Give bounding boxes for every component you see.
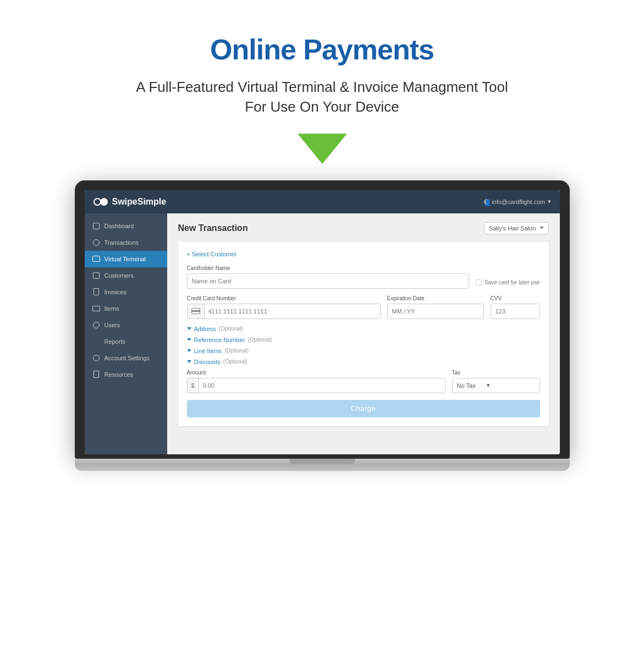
cardholder-row: Cardholder Name Save card for later use xyxy=(187,265,540,289)
credit-card-input[interactable] xyxy=(205,305,380,317)
transactions-icon xyxy=(92,239,100,246)
reference-chevron-icon xyxy=(187,338,191,341)
expiration-label: Expiration Date xyxy=(387,295,484,301)
tax-selector[interactable]: No Tax ▾ xyxy=(452,378,540,393)
sidebar-item-account-settings[interactable]: Account Settings xyxy=(85,350,167,366)
credit-card-label: Credit Card Number xyxy=(187,295,381,301)
tax-value: No Tax xyxy=(457,382,476,389)
sidebar: Dashboard Transactions Virtual Terminal xyxy=(85,213,167,454)
items-icon xyxy=(92,305,100,312)
charge-button[interactable]: Charge xyxy=(187,400,540,417)
save-card-checkbox[interactable] xyxy=(476,279,482,285)
amount-input[interactable] xyxy=(199,380,445,392)
credit-card-input-wrapper xyxy=(187,304,381,319)
reference-optional: (Optional) xyxy=(247,337,272,343)
content-title: New Transaction xyxy=(178,223,248,233)
users-icon xyxy=(92,322,100,328)
salon-selector[interactable]: Sally's Hair Salon xyxy=(484,222,549,234)
user-email: info@cardflight.com xyxy=(492,199,545,205)
top-navbar: SwipeSimple 👤 info@cardflight.com ▾ xyxy=(85,190,560,213)
reference-row[interactable]: Reference Number (Optional) xyxy=(187,337,540,343)
line-items-optional: (Optional) xyxy=(224,348,249,354)
expiration-group: Expiration Date xyxy=(387,295,484,319)
customers-icon xyxy=(92,272,100,279)
sidebar-item-items[interactable]: Items xyxy=(85,300,167,317)
address-row[interactable]: Address (Optional) xyxy=(187,326,540,332)
dashboard-icon xyxy=(92,223,100,229)
sidebar-item-virtual-terminal[interactable]: Virtual Terminal xyxy=(85,251,167,267)
salon-dropdown-arrow xyxy=(540,227,544,229)
laptop-base xyxy=(75,459,570,471)
address-link: Address xyxy=(194,326,216,332)
line-items-chevron-icon xyxy=(187,349,191,352)
credit-card-icon xyxy=(188,304,205,318)
expiration-input[interactable] xyxy=(387,304,484,319)
amount-label: Amount xyxy=(187,370,445,376)
sidebar-item-transactions[interactable]: Transactions xyxy=(85,234,167,251)
sidebar-item-dashboard[interactable]: Dashboard xyxy=(85,218,167,234)
cardholder-name-input[interactable] xyxy=(187,273,469,289)
save-card-label: Save card for later use xyxy=(485,279,540,285)
tax-group: Tax No Tax ▾ xyxy=(452,370,540,393)
select-customer-link[interactable]: + Select Customer xyxy=(187,251,540,257)
sidebar-item-users[interactable]: Users xyxy=(85,317,167,333)
address-optional: (Optional) xyxy=(219,326,243,332)
app-ui: SwipeSimple 👤 info@cardflight.com ▾ D xyxy=(85,190,560,454)
transaction-form: + Select Customer Cardholder Name xyxy=(178,242,549,426)
amount-input-wrapper: $ xyxy=(187,378,445,393)
cvv-group: CVV xyxy=(491,295,540,319)
main-area: Dashboard Transactions Virtual Terminal xyxy=(85,213,560,454)
discounts-chevron-icon xyxy=(187,360,191,363)
brand-name: SwipeSimple xyxy=(112,197,167,207)
tax-dropdown-arrow: ▾ xyxy=(487,382,490,389)
brand-icon-inner xyxy=(100,198,108,206)
brand: SwipeSimple xyxy=(93,197,167,207)
amount-tax-row: Amount $ Tax No Tax xyxy=(187,370,540,393)
laptop-container: SwipeSimple 👤 info@cardflight.com ▾ D xyxy=(75,180,570,471)
cardholder-name-group: Cardholder Name xyxy=(187,265,469,289)
nav-dropdown-arrow[interactable]: ▾ xyxy=(548,198,551,205)
card-icon xyxy=(191,308,200,314)
sidebar-item-reports[interactable]: Reports xyxy=(85,333,167,350)
reports-icon xyxy=(92,338,100,345)
cvv-input[interactable] xyxy=(491,304,540,319)
dollar-sign: $ xyxy=(188,378,199,393)
sidebar-item-resources[interactable]: Resources xyxy=(85,366,167,383)
page-subtitle: A Full-Featured Virtual Terminal & Invoi… xyxy=(136,77,508,117)
sidebar-item-customers[interactable]: Customers xyxy=(85,267,167,284)
reference-link: Reference Number xyxy=(194,337,245,343)
salon-name: Sally's Hair Salon xyxy=(489,225,536,232)
address-chevron-icon xyxy=(187,327,191,330)
brand-icon xyxy=(93,197,108,206)
user-icon: 👤 xyxy=(484,199,489,205)
tax-label: Tax xyxy=(452,370,540,376)
invoices-icon xyxy=(92,289,100,295)
cardholder-name-label: Cardholder Name xyxy=(187,265,469,271)
laptop-screen: SwipeSimple 👤 info@cardflight.com ▾ D xyxy=(75,180,570,459)
credit-card-row: Credit Card Number Expir xyxy=(187,295,540,319)
discounts-optional: (Optional) xyxy=(223,359,247,365)
cvv-label: CVV xyxy=(491,295,540,301)
content-header: New Transaction Sally's Hair Salon xyxy=(178,222,549,234)
credit-card-group: Credit Card Number xyxy=(187,295,381,319)
app-screen: SwipeSimple 👤 info@cardflight.com ▾ D xyxy=(85,190,560,454)
content-area: New Transaction Sally's Hair Salon + Sel… xyxy=(167,213,560,454)
arrow-down-icon xyxy=(298,134,347,164)
discounts-row[interactable]: Discounts (Optional) xyxy=(187,359,540,365)
amount-group: Amount $ xyxy=(187,370,445,393)
sidebar-item-invoices[interactable]: Invoices xyxy=(85,284,167,300)
line-items-link: Line Items xyxy=(194,348,222,354)
save-card-group: Save card for later use xyxy=(476,279,540,289)
settings-icon xyxy=(92,355,100,361)
discounts-link: Discounts xyxy=(194,359,221,365)
terminal-icon xyxy=(92,256,100,262)
nav-user: 👤 info@cardflight.com ▾ xyxy=(484,198,551,205)
resources-icon xyxy=(92,371,100,378)
line-items-row[interactable]: Line Items (Optional) xyxy=(187,348,540,354)
page-title: Online Payments xyxy=(210,33,434,66)
